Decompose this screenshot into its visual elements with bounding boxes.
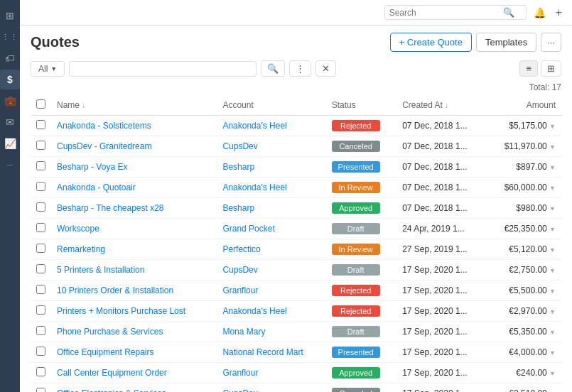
row-account-link-4[interactable]: Besharp [222, 203, 254, 213]
create-quote-button[interactable]: + Create Quote [390, 33, 472, 52]
sidebar-icon-tag[interactable]: 🏷 [0, 48, 20, 68]
search-input[interactable] [389, 8, 503, 18]
row-checkbox-1[interactable] [36, 141, 45, 150]
th-account[interactable]: Account [217, 95, 325, 116]
row-account-link-10[interactable]: Mona Mary [222, 327, 265, 337]
row-name-link-6[interactable]: Remarketing [57, 244, 105, 254]
row-checkbox-4[interactable] [36, 202, 45, 212]
row-checkbox-9[interactable] [36, 305, 45, 315]
row-name-link-5[interactable]: Workscope [57, 224, 99, 234]
sidebar-icon-more[interactable]: ··· [0, 155, 20, 175]
row-name: Anakonda - Quotoair [51, 178, 217, 198]
notification-icon[interactable]: 🔔 [531, 6, 549, 20]
list-view-button[interactable]: ≡ [519, 60, 538, 77]
row-checkbox-5[interactable] [36, 223, 45, 232]
amount-dropdown-icon-2[interactable]: ▼ [549, 164, 556, 171]
sidebar-icon-apps[interactable]: ⋮⋮ [0, 27, 20, 47]
row-name-link-12[interactable]: Call Center Equipment Order [57, 368, 167, 378]
row-name: Call Center Equipment Order [51, 363, 217, 383]
row-checkbox-13[interactable] [36, 388, 45, 392]
row-name-link-7[interactable]: 5 Printers & Installation [57, 265, 144, 275]
tag-icon: 🏷 [5, 53, 15, 64]
row-name-link-2[interactable]: Besharp - Voya Ex [57, 162, 127, 172]
row-name: Printers + Monitors Purchase Lost [51, 301, 217, 322]
row-checkbox-cell [31, 116, 51, 136]
amount-dropdown-icon-1[interactable]: ▼ [549, 143, 556, 151]
row-status: Canceled [326, 383, 396, 393]
row-account-link-0[interactable]: Anakonda's Heel [222, 121, 286, 131]
grid-view-icon: ⊞ [547, 63, 555, 74]
amount-dropdown-icon-9[interactable]: ▼ [549, 308, 556, 315]
row-account-link-6[interactable]: Perfectico [222, 244, 260, 254]
row-name-link-10[interactable]: Phone Purchase & Services [57, 327, 163, 337]
row-checkbox-6[interactable] [36, 244, 45, 253]
filter-search-button[interactable]: 🔍 [261, 60, 285, 77]
filter-options-button[interactable]: ⋮ [289, 60, 311, 77]
row-account-link-5[interactable]: Grand Pocket [222, 224, 274, 234]
row-name-link-3[interactable]: Anakonda - Quotoair [57, 183, 136, 192]
amount-dropdown-icon-3[interactable]: ▼ [549, 185, 556, 192]
filter-all-dropdown[interactable]: All ▼ [31, 61, 65, 77]
row-status: Rejected [326, 281, 396, 301]
amount-dropdown-icon-5[interactable]: ▼ [549, 226, 556, 233]
amount-dropdown-icon-11[interactable]: ▼ [549, 349, 556, 356]
more-options-button[interactable]: ··· [541, 33, 561, 52]
templates-button[interactable]: Templates [476, 33, 536, 52]
row-checkbox-12[interactable] [36, 367, 45, 376]
row-name-link-9[interactable]: Printers + Monitors Purchase Lost [57, 306, 185, 316]
row-account-link-9[interactable]: Anakonda's Heel [222, 306, 286, 316]
row-account-link-3[interactable]: Anakonda's Heel [222, 183, 286, 192]
sidebar-icon-email[interactable]: ✉ [0, 112, 20, 132]
amount-dropdown-icon-6[interactable]: ▼ [549, 246, 556, 254]
row-account: Anakonda's Heel [217, 178, 325, 198]
row-name-link-4[interactable]: Besharp - The cheapest x28 [57, 203, 164, 213]
filter-clear-button[interactable]: ✕ [315, 60, 336, 77]
row-checkbox-7[interactable] [36, 264, 45, 273]
row-created: 27 Sep, 2019 1... [396, 239, 487, 260]
sidebar-icon-chart[interactable]: 📈 [0, 134, 20, 153]
amount-dropdown-icon-0[interactable]: ▼ [549, 123, 556, 130]
amount-dropdown-icon-7[interactable]: ▼ [549, 267, 556, 274]
search-icon[interactable]: 🔍 [503, 7, 514, 18]
row-account-link-7[interactable]: CupsDev [222, 265, 257, 275]
sidebar-icon-briefcase[interactable]: 💼 [0, 91, 20, 111]
row-name-link-8[interactable]: 10 Printers Order & Installation [57, 285, 173, 295]
th-status[interactable]: Status [326, 95, 396, 116]
filter-search-input[interactable] [69, 61, 257, 77]
row-checkbox-0[interactable] [36, 120, 45, 129]
th-created[interactable]: Created At ↓ [396, 95, 487, 116]
select-all-header[interactable] [31, 95, 51, 116]
grid-view-button[interactable]: ⊞ [541, 60, 561, 77]
sidebar-icon-dollar[interactable]: $ [0, 70, 20, 89]
select-all-checkbox[interactable] [36, 99, 45, 109]
row-checkbox-cell [31, 383, 51, 393]
th-name[interactable]: Name ↓ [51, 95, 217, 116]
table-row: Phone Purchase & Services Mona Mary Draf… [31, 322, 561, 342]
row-name-link-11[interactable]: Office Equipment Repairs [57, 347, 154, 357]
row-account-link-8[interactable]: Granflour [222, 285, 258, 295]
sidebar-icon-grid[interactable]: ⊞ [0, 6, 20, 26]
amount-dropdown-icon-4[interactable]: ▼ [549, 205, 556, 212]
status-badge-9: Rejected [332, 305, 380, 317]
row-name-link-1[interactable]: CupsDev - Granitedream [57, 141, 151, 151]
row-checkbox-11[interactable] [36, 347, 45, 356]
sort-arrow-icon: ↓ [82, 102, 85, 109]
row-checkbox-2[interactable] [36, 161, 45, 170]
row-checkbox-cell [31, 342, 51, 363]
row-account-link-2[interactable]: Besharp [222, 162, 254, 172]
row-account-link-12[interactable]: Granflour [222, 368, 258, 378]
add-icon[interactable]: + [553, 5, 565, 21]
row-checkbox-8[interactable] [36, 285, 45, 294]
amount-dropdown-icon-12[interactable]: ▼ [549, 370, 556, 377]
amount-dropdown-icon-8[interactable]: ▼ [549, 288, 556, 295]
row-account-link-1[interactable]: CupsDev [222, 141, 257, 151]
row-amount: €240.00 ▼ [487, 363, 561, 383]
row-checkbox-10[interactable] [36, 326, 45, 335]
row-name-link-13[interactable]: Office Electronics & Services [57, 388, 166, 392]
th-amount[interactable]: Amount [487, 95, 561, 116]
row-account-link-13[interactable]: CupsDev [222, 388, 257, 392]
row-name-link-0[interactable]: Anakonda - Solsticetems [57, 121, 151, 131]
row-checkbox-3[interactable] [36, 182, 45, 191]
amount-dropdown-icon-10[interactable]: ▼ [549, 329, 556, 336]
row-account-link-11[interactable]: National Record Mart [222, 347, 303, 357]
